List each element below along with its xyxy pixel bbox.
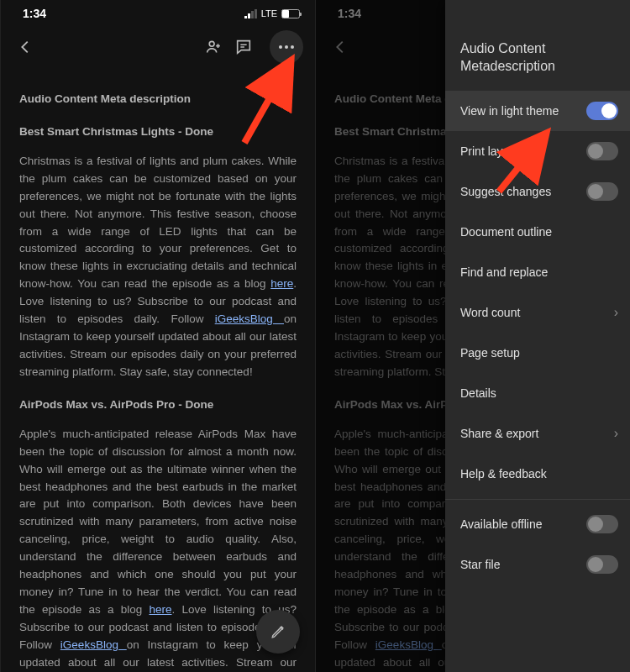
- menu-view-light-theme[interactable]: View in light theme: [445, 91, 630, 131]
- section-heading: AirPods Max vs. AirPods Pro - Done: [19, 396, 297, 414]
- menu-print-layout[interactable]: Print layout: [445, 131, 630, 171]
- back-icon[interactable]: [331, 38, 349, 56]
- doc-title: Audio Content Meta description: [19, 91, 297, 108]
- sheet-title: Audio Content Metadescription: [445, 34, 630, 91]
- menu-find-replace[interactable]: Find and replace: [445, 252, 630, 292]
- status-bar: 1:34 LTE: [1, 0, 315, 24]
- menu-share-export[interactable]: Share & export ›: [445, 413, 630, 454]
- add-person-icon[interactable]: [204, 38, 223, 56]
- status-time: 1:34: [338, 7, 361, 20]
- comment-icon[interactable]: [234, 38, 253, 56]
- phone-left: 1:34 LTE Audio: [0, 0, 315, 672]
- svg-point-0: [209, 41, 214, 46]
- signal-icon: [244, 9, 257, 18]
- section-paragraph: Apple's much-anticipated release AirPods…: [19, 426, 297, 672]
- section-paragraph: Christmas is a festival of lights and pl…: [19, 153, 297, 381]
- phone-right: 1:34 LTE Audio Content Meta description …: [315, 0, 630, 672]
- document-body[interactable]: Audio Content Meta description Best Smar…: [1, 71, 315, 672]
- chevron-right-icon: ›: [614, 305, 618, 320]
- menu-available-offline[interactable]: Available offline: [445, 499, 630, 544]
- menu-word-count[interactable]: Word count ›: [445, 292, 630, 333]
- menu-star-file[interactable]: Star file: [445, 544, 630, 585]
- back-icon[interactable]: [16, 38, 34, 56]
- section-heading: Best Smart Christmas Lights - Done: [19, 123, 297, 141]
- menu-document-outline[interactable]: Document outline: [445, 212, 630, 252]
- igeeksblog-link[interactable]: iGeeksBlog: [215, 312, 284, 325]
- menu-details[interactable]: Details: [445, 373, 630, 413]
- toggle-light-theme[interactable]: [586, 102, 618, 120]
- status-time: 1:34: [23, 7, 46, 20]
- pencil-icon: [270, 623, 286, 640]
- menu-page-setup[interactable]: Page setup: [445, 333, 630, 373]
- more-button[interactable]: [270, 30, 303, 64]
- toggle-star-file[interactable]: [586, 555, 618, 574]
- toolbar: [1, 24, 315, 71]
- blog-link[interactable]: here: [270, 277, 293, 290]
- status-right: LTE: [244, 8, 300, 18]
- menu-help-feedback[interactable]: Help & feedback: [445, 454, 630, 494]
- overflow-menu: Audio Content Metadescription View in li…: [445, 0, 630, 672]
- chevron-right-icon: ›: [614, 426, 618, 441]
- blog-link[interactable]: here: [149, 603, 171, 616]
- menu-suggest-changes[interactable]: Suggest changes: [445, 171, 630, 212]
- battery-icon: [281, 9, 300, 18]
- edit-fab[interactable]: [256, 610, 300, 654]
- network-label: LTE: [261, 8, 277, 18]
- toggle-suggest-changes[interactable]: [586, 182, 618, 201]
- more-icon: [279, 45, 294, 49]
- toggle-available-offline[interactable]: [586, 515, 618, 533]
- igeeksblog-link[interactable]: iGeeksBlog: [60, 638, 127, 651]
- toggle-print-layout[interactable]: [586, 142, 618, 160]
